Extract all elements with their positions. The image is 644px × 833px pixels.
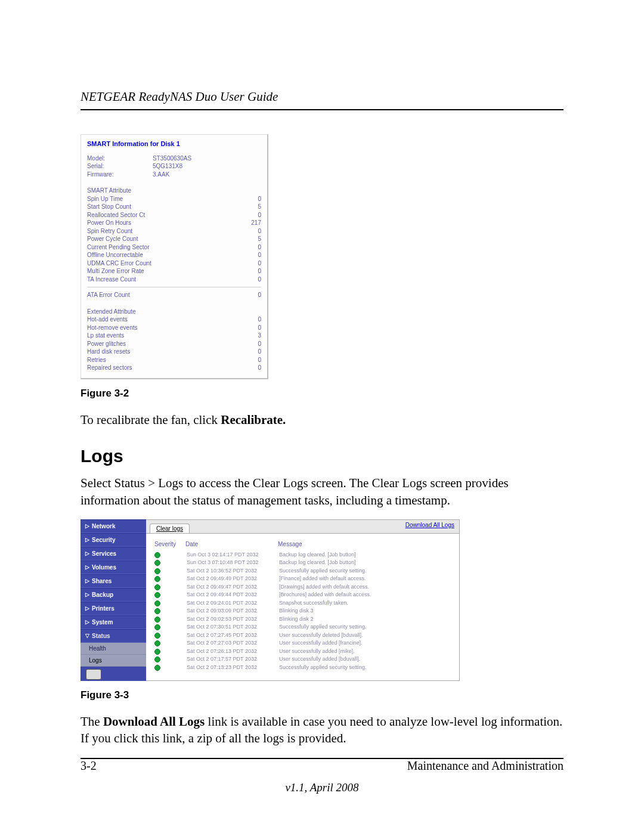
serial-value: 5QG131X8 — [153, 162, 182, 171]
smart-attr-value: 5 — [258, 235, 261, 243]
sidebar-sub-logs[interactable]: Logs — [80, 655, 146, 667]
sidebar-label: Services — [92, 550, 116, 557]
severity-dot-icon — [154, 568, 160, 574]
log-date: Sun Oct 3 02:14:17 PDT 2032 — [187, 551, 279, 559]
sidebar-item-printers[interactable]: ▷Printers — [80, 602, 146, 615]
smart-attr-value: 0 — [258, 275, 261, 284]
chevron-icon: ▷ — [85, 578, 89, 584]
log-message: Backup log cleared. [Job button] — [279, 559, 356, 567]
tab-bar: Clear logs Download All Logs — [146, 520, 459, 534]
smart-attr-row: Power Cycle Count5 — [87, 235, 261, 243]
smart-attr-value: 0 — [258, 267, 261, 275]
recal-bold: Recalibrate. — [221, 413, 286, 427]
log-date: Sat Oct 2 09:49:47 PDT 2032 — [187, 583, 279, 592]
ext-attr-value: 0 — [258, 340, 261, 348]
sidebar-item-status[interactable]: ▽Status — [80, 629, 146, 643]
sidebar-item-volumes[interactable]: ▷Volumes — [80, 561, 146, 574]
smart-attr-name: Current Pending Sector — [87, 243, 150, 252]
download-all-logs-link[interactable]: Download All Logs — [405, 522, 454, 528]
smart-attr-value: 217 — [251, 219, 261, 227]
ata-error-label: ATA Error Count — [87, 291, 130, 299]
log-message: Blinking disk 3 — [279, 607, 314, 615]
divider — [87, 287, 261, 287]
logs-screenshot: ▷Network▷Security▷Services▷Volumes▷Share… — [80, 519, 460, 681]
smart-attr-row: Reallocated Sector Ct0 — [87, 211, 261, 219]
logs-heading: Logs — [80, 446, 564, 466]
log-message: Blinking disk 2 — [279, 615, 314, 624]
smart-attr-row: UDMA CRC Error Count0 — [87, 259, 261, 268]
smart-attr-name: Spin Up Time — [87, 195, 123, 203]
ext-attr-name: Power glitches — [87, 340, 126, 348]
chevron-icon: ▷ — [85, 592, 89, 597]
chevron-icon: ▷ — [85, 605, 89, 611]
smart-attr-row: Offline Uncorrectable0 — [87, 251, 261, 259]
log-date: Sat Oct 2 09:24:01 PDT 2032 — [187, 599, 279, 608]
footer-section: Maintenance and Administration — [407, 759, 564, 773]
ext-attr-name: Repaired sectors — [87, 364, 132, 372]
log-message: Successfully applied security setting. — [279, 664, 367, 672]
log-message: Snapshot successfully taken. — [279, 599, 348, 608]
log-message: User successfully added [mike]. — [279, 648, 355, 656]
severity-dot-icon — [154, 584, 160, 590]
sidebar-label: Security — [92, 537, 115, 543]
header-rule — [80, 109, 564, 110]
severity-dot-icon — [154, 592, 160, 598]
log-row: Sat Oct 2 09:49:47 PDT 2032[Drawings] ad… — [154, 583, 451, 592]
chevron-icon: ▷ — [85, 564, 89, 570]
figure-3-3-caption: Figure 3-3 — [80, 689, 564, 701]
sidebar-label: Printers — [92, 605, 114, 612]
log-pane: Clear logs Download All Logs Severity Da… — [146, 519, 460, 681]
model-label: Model: — [87, 154, 153, 163]
dl-para-pre: The — [80, 714, 103, 729]
log-date: Sat Oct 2 07:13:23 PDT 2032 — [187, 664, 279, 672]
log-message: Backup log cleared. [Job button] — [279, 551, 356, 559]
severity-dot-icon — [154, 552, 160, 558]
ext-attr-value: 0 — [258, 348, 261, 356]
chevron-icon: ▽ — [85, 633, 89, 639]
ext-attr-row: Hard disk resets0 — [87, 348, 261, 356]
log-message: [Drawings] added with default access. — [279, 583, 369, 592]
smart-attr-row: Current Pending Sector0 — [87, 243, 261, 252]
log-date: Sat Oct 2 09:02:53 PDT 2032 — [187, 615, 279, 624]
sidebar-label: Volumes — [92, 564, 116, 571]
log-row: Sat Oct 2 09:24:01 PDT 2032Snapshot succ… — [154, 599, 451, 608]
running-header: NETGEAR ReadyNAS Duo User Guide — [80, 89, 564, 104]
sidebar-item-shares[interactable]: ▷Shares — [80, 574, 146, 588]
tab-clear-logs[interactable]: Clear logs — [150, 524, 190, 533]
sidebar-item-system[interactable]: ▷System — [80, 615, 146, 629]
sidebar-item-security[interactable]: ▷Security — [80, 533, 146, 547]
log-date: Sat Oct 2 07:26:13 PDT 2032 — [187, 648, 279, 656]
smart-attr-value: 0 — [258, 251, 261, 259]
ext-attr-name: Lp stat events — [87, 332, 124, 340]
severity-dot-icon — [154, 649, 160, 655]
severity-dot-icon — [154, 624, 160, 630]
smart-attr-name: UDMA CRC Error Count — [87, 259, 151, 268]
log-date: Sun Oct 3 07:10:48 PDT 2032 — [187, 559, 279, 567]
smart-attr-name: Power Cycle Count — [87, 235, 138, 243]
log-message: Successfully applied security setting. — [279, 623, 367, 631]
sidebar-item-services[interactable]: ▷Services — [80, 547, 146, 561]
sidebar-label: Shares — [92, 578, 112, 584]
recal-text: To recalibrate the fan, click — [80, 413, 221, 427]
smart-attr-value: 0 — [258, 211, 261, 219]
firmware-value: 3.AAK — [153, 171, 169, 179]
sidebar-item-backup[interactable]: ▷Backup — [80, 588, 146, 602]
ext-attr-value: 0 — [258, 364, 261, 372]
log-message: User successfully added [bduvall]. — [279, 655, 360, 664]
sidebar-item-network[interactable]: ▷Network — [80, 519, 146, 533]
ext-attr-row: Power glitches0 — [87, 340, 261, 348]
smart-info-panel: SMART Information for Disk 1 Model:ST350… — [80, 134, 268, 379]
log-row: Sat Oct 2 09:49:44 PDT 2032[Brochures] a… — [154, 591, 451, 599]
smart-attr-name: Start Stop Count — [87, 203, 131, 211]
ext-attr-value: 0 — [258, 324, 261, 332]
log-message: [Brochures] added with default access. — [279, 591, 371, 599]
sidebar-sub-health[interactable]: Health — [80, 643, 146, 655]
log-message: User successfully added [francine]. — [279, 639, 363, 648]
log-row: Sat Oct 2 07:17:57 PDT 2032User successf… — [154, 655, 451, 664]
log-date: Sat Oct 2 07:27:03 PDT 2032 — [187, 639, 279, 648]
col-date: Date — [185, 541, 278, 547]
download-paragraph: The Download All Logs link is available … — [80, 713, 564, 747]
log-row: Sat Oct 2 07:30:51 PDT 2032Successfully … — [154, 623, 451, 631]
log-row: Sat Oct 2 09:03:09 PDT 2032Blinking disk… — [154, 607, 451, 615]
smart-attr-head: SMART Attribute — [87, 187, 261, 195]
